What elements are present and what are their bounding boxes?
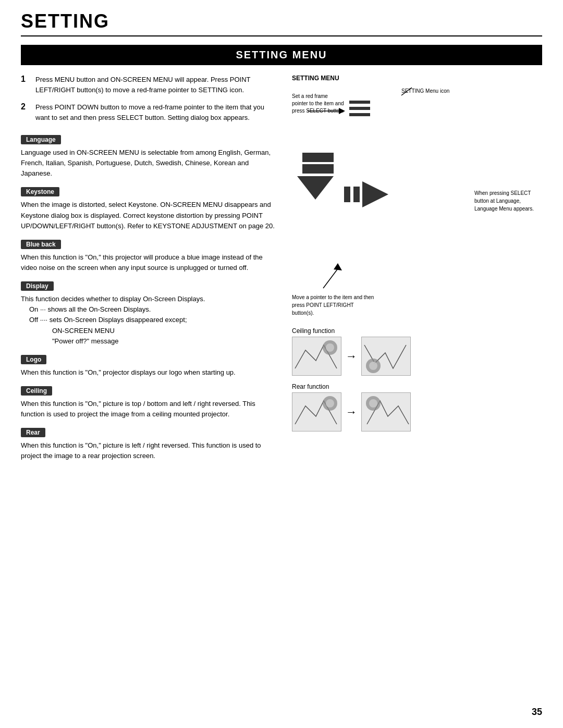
step-1-text: Press MENU button and ON-SCREEN MENU wil… — [35, 75, 276, 95]
ceiling-arrow: → — [346, 350, 357, 363]
display-section: Display This function decides whether to… — [21, 276, 276, 347]
keystone-content: When the image is distorted, select Keys… — [21, 200, 276, 231]
svg-rect-2 — [349, 101, 370, 104]
setting-menu-icon-label: SETTING Menu icon — [401, 88, 459, 95]
svg-point-19 — [326, 399, 334, 408]
svg-rect-3 — [349, 107, 370, 110]
ceiling-function-label: Ceiling function — [292, 327, 542, 335]
ceiling-content: When this function is "On," picture is t… — [21, 399, 276, 419]
rear-func-row: → — [292, 392, 542, 431]
svg-rect-4 — [349, 113, 370, 116]
svg-rect-7 — [302, 164, 334, 174]
rear-tag: Rear — [21, 428, 45, 437]
setting-menu-diagram: SETTING MENU Set a red frame po — [292, 75, 542, 137]
left-column: 1 Press MENU button and ON-SCREEN MENU w… — [21, 75, 276, 465]
logo-tag: Logo — [21, 355, 46, 364]
svg-marker-11 — [362, 181, 388, 207]
keystone-section: Keystone When the image is distorted, se… — [21, 182, 276, 231]
ceiling-section: Ceiling When this function is "On," pict… — [21, 381, 276, 419]
rear-arrow: → — [346, 405, 357, 419]
page-title: SETTING — [21, 10, 542, 36]
step-2: 2 Press POINT DOWN button to move a red-… — [21, 102, 276, 122]
rear-content: When this function is "On," picture is l… — [21, 440, 276, 461]
blueback-tag: Blue back — [21, 240, 61, 249]
point-diagram: Move a pointer to the item and then pres… — [292, 252, 542, 317]
display-tag: Display — [21, 281, 54, 291]
svg-marker-8 — [297, 176, 334, 200]
language-tag: Language — [21, 135, 61, 144]
select-note: When pressing SELECT button at Language,… — [474, 189, 542, 213]
svg-rect-10 — [353, 187, 360, 202]
display-content: This function decides whether to display… — [21, 294, 276, 347]
step-1: 1 Press MENU button and ON-SCREEN MENU w… — [21, 75, 276, 95]
language-diagram-svg — [292, 147, 438, 241]
svg-marker-13 — [334, 263, 342, 270]
step-1-number: 1 — [21, 75, 30, 95]
ceiling-box-after — [361, 337, 411, 376]
svg-point-21 — [369, 399, 377, 408]
step-2-number: 2 — [21, 102, 30, 122]
blueback-content: When this function is "On," this project… — [21, 252, 276, 273]
setting-menu-diagram-label: SETTING MENU — [292, 75, 542, 82]
ceiling-func-row: → — [292, 337, 542, 376]
pointer-note: Set a red frame pointer to the item and … — [292, 93, 344, 115]
step-2-text: Press POINT DOWN button to move a red-fr… — [35, 102, 276, 122]
page-number: 35 — [532, 707, 542, 718]
svg-line-12 — [323, 267, 339, 288]
language-content: Language used in ON-SCREEN MENU is selec… — [21, 147, 276, 179]
logo-section: Logo When this function is "On," project… — [21, 350, 276, 378]
blueback-section: Blue back When this function is "On," th… — [21, 235, 276, 273]
point-diagram-svg — [292, 252, 396, 293]
svg-point-15 — [326, 343, 334, 352]
language-diagram: When pressing SELECT button at Language,… — [292, 147, 542, 241]
ceiling-tag: Ceiling — [21, 386, 52, 396]
ceiling-box-before — [292, 337, 341, 376]
section-header: SETTING MENU — [21, 45, 542, 65]
pointer-note2: Move a pointer to the item and then pres… — [292, 293, 375, 317]
svg-point-17 — [369, 362, 377, 370]
rear-section: Rear When this function is "On," picture… — [21, 423, 276, 461]
right-column: SETTING MENU Set a red frame po — [287, 75, 542, 465]
ceiling-diagram-area: Ceiling function → — [292, 327, 542, 431]
language-section: Language Language used in ON-SCREEN MENU… — [21, 130, 276, 179]
rear-box-before — [292, 392, 341, 431]
rear-function-label: Rear function — [292, 383, 542, 390]
svg-rect-6 — [302, 153, 334, 162]
svg-rect-9 — [344, 187, 350, 202]
keystone-tag: Keystone — [21, 187, 59, 196]
rear-box-after — [361, 392, 411, 431]
logo-content: When this function is "On," projector di… — [21, 367, 276, 378]
